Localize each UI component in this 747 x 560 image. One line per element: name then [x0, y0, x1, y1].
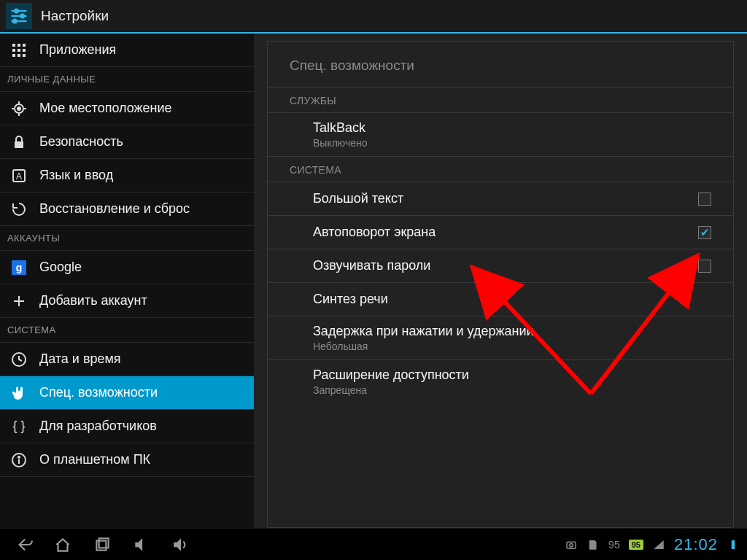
clock-text: 21:02 — [674, 535, 718, 554]
svg-rect-21 — [15, 141, 23, 148]
sidebar-item-label: Приложения — [39, 42, 116, 58]
recent-apps-button[interactable] — [88, 534, 117, 556]
sidebar-item-security[interactable]: Безопасность — [0, 125, 254, 159]
svg-rect-14 — [23, 54, 26, 57]
row-title: Синтез речи — [313, 292, 711, 307]
row-title: Большой текст — [313, 191, 698, 206]
checkbox-speak-passwords[interactable] — [698, 260, 711, 273]
lock-icon — [10, 133, 28, 151]
row-auto-rotate[interactable]: Автоповорот экрана — [268, 216, 733, 249]
battery-badge: 95 — [629, 540, 643, 550]
row-speak-passwords[interactable]: Озвучивать пароли — [268, 249, 733, 283]
google-icon: g — [10, 259, 28, 276]
sidebar-item-google[interactable]: g Google — [0, 251, 254, 284]
sidebar-item-developer[interactable]: { } Для разработчиков — [0, 410, 254, 443]
sidebar-item-apps[interactable]: Приложения — [0, 34, 254, 67]
system-navbar: 95 95 21:02 — [0, 528, 747, 560]
svg-marker-32 — [135, 538, 142, 551]
sidebar-item-label: Мое местоположение — [39, 101, 172, 116]
svg-rect-6 — [12, 44, 15, 47]
svg-rect-9 — [12, 49, 15, 52]
back-button[interactable] — [9, 534, 38, 556]
sidebar-item-label: Спец. возможности — [39, 385, 158, 400]
svg-marker-33 — [174, 538, 181, 551]
row-accessibility-ext[interactable]: Расширение доступности Запрещена — [268, 360, 733, 403]
sidebar-item-location[interactable]: Мое местоположение — [0, 92, 254, 125]
svg-point-5 — [13, 20, 17, 23]
svg-point-35 — [570, 543, 573, 547]
notification-icon[interactable] — [727, 538, 740, 551]
sidebar-item-backup[interactable]: Восстановление и сброс — [0, 192, 254, 226]
row-title: Расширение доступности — [313, 368, 711, 383]
sidebar-item-label: Безопасность — [39, 134, 123, 149]
content-category-services: СЛУЖБЫ — [268, 88, 733, 113]
svg-point-29 — [18, 456, 20, 458]
volume-down-button[interactable] — [127, 534, 156, 556]
sidebar: Приложения ЛИЧНЫЕ ДАННЫЕ Мое местоположе… — [0, 34, 254, 528]
sidebar-item-label: Восстановление и сброс — [39, 201, 190, 217]
sidebar-item-language[interactable]: A Язык и ввод — [0, 159, 254, 192]
row-title: TalkBack — [313, 120, 711, 136]
svg-text:A: A — [16, 171, 22, 182]
language-icon: A — [10, 167, 28, 184]
signal-icon — [652, 538, 665, 551]
sidebar-category-system: СИСТЕМА — [0, 318, 254, 343]
clock-icon — [10, 351, 28, 368]
row-tts[interactable]: Синтез речи — [268, 283, 733, 316]
row-title: Задержка при нажатии и удержании — [313, 324, 711, 339]
row-talkback[interactable]: TalkBack Выключено — [268, 113, 733, 157]
sidebar-item-accessibility[interactable]: Спец. возможности — [0, 376, 254, 410]
row-title: Озвучивать пароли — [313, 258, 698, 273]
content-category-system: СИСТЕМА — [268, 157, 733, 182]
volume-up-button[interactable] — [166, 534, 196, 556]
settings-app-icon — [6, 3, 32, 29]
row-subtitle: Запрещена — [313, 384, 711, 396]
sidebar-item-label: Дата и время — [39, 351, 121, 367]
apps-icon — [10, 42, 28, 59]
plus-icon — [10, 292, 28, 310]
battery-percent-text: 95 — [608, 539, 620, 551]
sidebar-item-label: Google — [39, 260, 82, 275]
content-panel: Спец. возможности СЛУЖБЫ TalkBack Выключ… — [254, 34, 747, 528]
backup-icon — [10, 201, 28, 218]
row-subtitle: Выключено — [313, 137, 711, 149]
svg-rect-13 — [18, 54, 20, 57]
home-button[interactable] — [48, 534, 77, 556]
svg-rect-31 — [99, 538, 109, 548]
row-subtitle: Небольшая — [313, 341, 711, 352]
svg-marker-36 — [654, 540, 664, 549]
checkbox-large-text[interactable] — [698, 192, 711, 206]
checkbox-auto-rotate[interactable] — [698, 226, 711, 239]
page-title: Настройки — [41, 8, 109, 24]
svg-rect-37 — [732, 540, 735, 549]
screenshot-icon[interactable] — [565, 538, 578, 551]
main-split: Приложения ЛИЧНЫЕ ДАННЫЕ Мое местоположе… — [0, 34, 747, 528]
sidebar-category-accounts: АККАУНТЫ — [0, 226, 254, 251]
sidebar-item-add-account[interactable]: Добавить аккаунт — [0, 284, 254, 318]
svg-point-3 — [20, 15, 24, 18]
sidebar-item-datetime[interactable]: Дата и время — [0, 343, 254, 376]
row-large-text[interactable]: Большой текст — [268, 182, 733, 216]
braces-icon: { } — [10, 418, 28, 435]
sidebar-item-label: Язык и ввод — [39, 168, 113, 183]
sidebar-item-label: О планшетном ПК — [39, 452, 150, 467]
svg-rect-34 — [567, 542, 576, 548]
row-touch-delay[interactable]: Задержка при нажатии и удержании Небольш… — [268, 316, 733, 360]
svg-rect-8 — [23, 44, 26, 47]
row-title: Автоповорот экрана — [313, 225, 698, 240]
svg-point-16 — [18, 107, 20, 110]
sidebar-item-about[interactable]: О планшетном ПК — [0, 443, 254, 477]
svg-rect-12 — [12, 54, 15, 57]
svg-point-1 — [15, 9, 18, 13]
location-icon — [10, 100, 28, 117]
sidebar-item-label: Для разработчиков — [39, 419, 157, 434]
svg-rect-10 — [18, 49, 20, 52]
info-icon — [10, 451, 28, 469]
hand-icon — [10, 384, 28, 402]
svg-rect-11 — [23, 49, 26, 52]
svg-rect-30 — [96, 540, 106, 550]
content-header: Спец. возможности — [268, 42, 733, 88]
sdcard-icon — [587, 538, 600, 551]
titlebar: Настройки — [0, 0, 747, 34]
sidebar-item-label: Добавить аккаунт — [39, 293, 147, 308]
